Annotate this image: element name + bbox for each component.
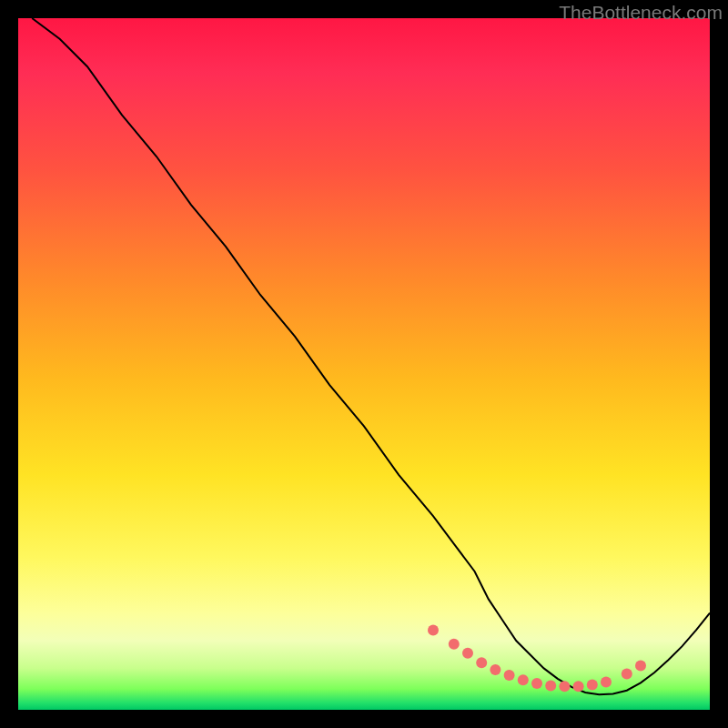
plot-area bbox=[18, 18, 710, 710]
marker-dot bbox=[428, 625, 439, 636]
marker-dot bbox=[518, 674, 529, 685]
marker-dot bbox=[490, 664, 500, 675]
marker-dot bbox=[545, 680, 556, 691]
curve-path bbox=[32, 18, 710, 694]
marker-dot bbox=[449, 639, 460, 650]
marker-dot bbox=[601, 677, 612, 688]
marker-dot bbox=[559, 681, 570, 692]
chart-svg bbox=[18, 18, 710, 710]
chart-frame: TheBottleneck.com bbox=[0, 0, 728, 728]
marker-dot bbox=[504, 670, 515, 681]
marker-dot bbox=[476, 657, 487, 668]
marker-dot bbox=[462, 648, 473, 659]
marker-dot bbox=[531, 678, 542, 689]
marker-dots bbox=[428, 625, 646, 693]
marker-dot bbox=[573, 681, 584, 692]
marker-dot bbox=[587, 680, 598, 691]
curve-line bbox=[32, 18, 710, 694]
watermark-text: TheBottleneck.com bbox=[559, 2, 723, 24]
marker-dot bbox=[622, 669, 632, 680]
marker-dot bbox=[635, 660, 646, 671]
